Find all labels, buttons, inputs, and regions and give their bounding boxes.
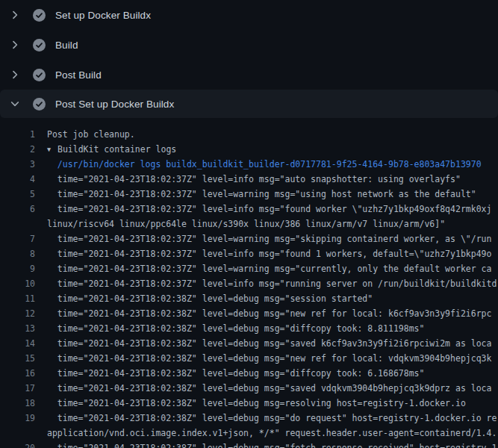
- log-line-text: time="2021-04-23T18:02:38Z" level=debug …: [35, 443, 497, 448]
- log-line-number[interactable]: 16: [0, 368, 35, 379]
- log-row: linux/riscv64 linux/ppc64le linux/s390x …: [0, 217, 498, 231]
- log-line-number[interactable]: 10: [0, 279, 35, 289]
- log-line-text: time="2021-04-23T18:02:37Z" level=info m…: [35, 174, 461, 184]
- log-line-number[interactable]: 18: [0, 398, 35, 408]
- log-line-text: time="2021-04-23T18:02:38Z" level=debug …: [35, 413, 497, 423]
- log-row: 3 /usr/bin/docker logs buildx_buildkit_b…: [0, 157, 498, 172]
- log-line-text: time="2021-04-23T18:02:37Z" level=info m…: [35, 249, 491, 259]
- log-row: 20 time="2021-04-23T18:02:38Z" level=deb…: [0, 441, 498, 448]
- log-line-text: time="2021-04-23T18:02:38Z" level=debug …: [35, 353, 491, 364]
- group-expanded-arrow-icon[interactable]: ▼: [47, 146, 57, 153]
- log-line-text: linux/riscv64 linux/ppc64le linux/s390x …: [35, 219, 445, 229]
- log-row: 5 time="2021-04-23T18:02:37Z" level=warn…: [0, 187, 498, 202]
- log-line-number[interactable]: 7: [0, 234, 35, 244]
- log-line-number[interactable]: 12: [0, 308, 35, 319]
- log-line-text: time="2021-04-23T18:02:38Z" level=debug …: [35, 293, 373, 304]
- log-line-number[interactable]: 11: [0, 293, 35, 304]
- log-line-text: application/vnd.oci.image.index.v1+json,…: [35, 428, 497, 438]
- log-line-text: time="2021-04-23T18:02:37Z" level=warnin…: [35, 189, 476, 199]
- section-label: Post Build: [55, 69, 102, 81]
- log-line-number[interactable]: 20: [0, 443, 35, 448]
- chevron-right-icon[interactable]: [9, 69, 21, 81]
- section-post-build[interactable]: Post Build: [0, 60, 498, 90]
- log-line-number[interactable]: 9: [0, 264, 35, 274]
- section-label: Build: [55, 40, 78, 51]
- log-line-text: time="2021-04-23T18:02:38Z" level=debug …: [35, 398, 466, 408]
- chevron-right-icon[interactable]: [9, 39, 21, 51]
- log-row: 17 time="2021-04-23T18:02:38Z" level=deb…: [0, 381, 498, 396]
- log-line-text: time="2021-04-23T18:02:37Z" level=info m…: [35, 279, 497, 289]
- log-row: 9 time="2021-04-23T18:02:37Z" level=warn…: [0, 261, 498, 276]
- log-row: 18 time="2021-04-23T18:02:38Z" level=deb…: [0, 396, 498, 411]
- log-line-number[interactable]: 2: [0, 144, 35, 155]
- log-line-text: time="2021-04-23T18:02:38Z" level=debug …: [35, 383, 491, 393]
- steps-list: Set up Docker Buildx Build Post Build Po…: [0, 0, 498, 118]
- log-row: 8 time="2021-04-23T18:02:37Z" level=info…: [0, 246, 498, 261]
- log-row: 1Post job cleanup.: [0, 127, 498, 142]
- log-group-toggle[interactable]: ▼BuildKit container logs: [35, 144, 176, 155]
- chevron-down-icon[interactable]: [9, 98, 21, 110]
- log-line-text: Post job cleanup.: [35, 129, 135, 140]
- log-row: 7 time="2021-04-23T18:02:37Z" level=warn…: [0, 231, 498, 246]
- log-line-text: time="2021-04-23T18:02:38Z" level=debug …: [35, 368, 424, 379]
- log-line-number[interactable]: 19: [0, 413, 35, 423]
- log-line-text: time="2021-04-23T18:02:38Z" level=debug …: [35, 338, 491, 349]
- log-line-number[interactable]: 17: [0, 383, 35, 393]
- log-row: 16 time="2021-04-23T18:02:38Z" level=deb…: [0, 366, 498, 381]
- log-line-text: time="2021-04-23T18:02:38Z" level=debug …: [35, 308, 491, 319]
- section-post-set-up-docker-buildx[interactable]: Post Set up Docker Buildx: [0, 90, 498, 118]
- section-set-up-docker-buildx[interactable]: Set up Docker Buildx: [0, 0, 498, 30]
- log-line-number[interactable]: 13: [0, 323, 35, 334]
- section-label: Post Set up Docker Buildx: [55, 99, 174, 110]
- log-row: 10 time="2021-04-23T18:02:37Z" level=inf…: [0, 276, 498, 291]
- log-row: 2▼BuildKit container logs: [0, 142, 498, 157]
- log-line-text: time="2021-04-23T18:02:37Z" level=info m…: [35, 204, 491, 214]
- log-line-number[interactable]: 3: [0, 159, 35, 169]
- log-row: 19 time="2021-04-23T18:02:38Z" level=deb…: [0, 411, 498, 426]
- log-line-text: time="2021-04-23T18:02:38Z" level=debug …: [35, 323, 424, 334]
- log-line-number[interactable]: 15: [0, 353, 35, 364]
- log-row: application/vnd.oci.image.index.v1+json,…: [0, 426, 498, 441]
- check-circle-icon: [33, 69, 46, 81]
- log-row: 13 time="2021-04-23T18:02:38Z" level=deb…: [0, 321, 498, 336]
- log-row: 6 time="2021-04-23T18:02:37Z" level=info…: [0, 202, 498, 217]
- check-circle-icon: [33, 98, 46, 111]
- log-row: 4 time="2021-04-23T18:02:37Z" level=info…: [0, 172, 498, 187]
- log-line-number[interactable]: 5: [0, 189, 35, 199]
- section-label: Set up Docker Buildx: [55, 10, 151, 21]
- section-build[interactable]: Build: [0, 30, 498, 60]
- log-line-number[interactable]: 14: [0, 338, 35, 349]
- log-line-number[interactable]: 4: [0, 174, 35, 184]
- check-circle-icon: [33, 39, 46, 52]
- check-circle-icon: [33, 9, 46, 22]
- log-line-number[interactable]: 1: [0, 129, 35, 140]
- log-row: 11 time="2021-04-23T18:02:38Z" level=deb…: [0, 291, 498, 306]
- log-line-number[interactable]: 8: [0, 249, 35, 259]
- log-line-number[interactable]: 6: [0, 204, 35, 214]
- log-line-text: time="2021-04-23T18:02:37Z" level=warnin…: [35, 264, 491, 274]
- log-row: 15 time="2021-04-23T18:02:38Z" level=deb…: [0, 351, 498, 366]
- log-row: 12 time="2021-04-23T18:02:38Z" level=deb…: [0, 306, 498, 321]
- log-viewer: 1Post job cleanup.2▼BuildKit container l…: [0, 118, 498, 448]
- chevron-right-icon[interactable]: [9, 9, 21, 21]
- log-line-text: time="2021-04-23T18:02:37Z" level=warnin…: [35, 234, 491, 244]
- command-line-text: /usr/bin/docker logs buildx_buildkit_bui…: [35, 159, 482, 169]
- log-row: 14 time="2021-04-23T18:02:38Z" level=deb…: [0, 336, 498, 351]
